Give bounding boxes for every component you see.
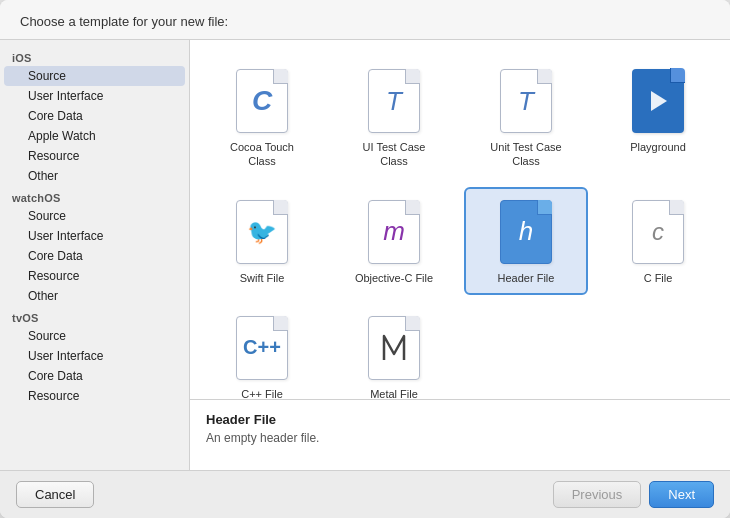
sidebar-item-tvos-coredata[interactable]: Core Data <box>4 366 185 386</box>
cancel-button[interactable]: Cancel <box>16 481 94 508</box>
sidebar-item-watchos-resource[interactable]: Resource <box>4 266 185 286</box>
swift-label: Swift File <box>240 271 285 285</box>
template-cfile[interactable]: c C File <box>596 187 720 295</box>
info-panel-title: Header File <box>206 412 714 427</box>
template-grid: C Cocoa TouchClass T UI Test CaseClass <box>190 40 730 400</box>
header-title: Choose a template for your new file: <box>20 14 228 29</box>
header-label: Header File <box>498 271 555 285</box>
template-metal[interactable]: Metal File <box>332 303 456 400</box>
cocoa-touch-icon: C <box>232 66 292 136</box>
dialog: Choose a template for your new file: iOS… <box>0 0 730 518</box>
previous-button[interactable]: Previous <box>553 481 642 508</box>
dialog-body: iOS Source User Interface Core Data Appl… <box>0 40 730 470</box>
template-unit-test[interactable]: T Unit Test CaseClass <box>464 56 588 179</box>
template-header[interactable]: h Header File <box>464 187 588 295</box>
cfile-label: C File <box>644 271 673 285</box>
ui-test-icon: T <box>364 66 424 136</box>
cocoa-touch-label: Cocoa TouchClass <box>230 140 294 169</box>
sidebar-section-ios: iOS <box>0 46 189 66</box>
sidebar-item-tvos-resource[interactable]: Resource <box>4 386 185 406</box>
sidebar-item-tvos-userinterface[interactable]: User Interface <box>4 346 185 366</box>
template-playground[interactable]: Playground <box>596 56 720 179</box>
metal-icon <box>364 313 424 383</box>
template-cpp[interactable]: C++ C++ File <box>200 303 324 400</box>
playground-icon <box>628 66 688 136</box>
unit-test-label: Unit Test CaseClass <box>490 140 561 169</box>
sidebar-item-watchos-coredata[interactable]: Core Data <box>4 246 185 266</box>
cpp-icon: C++ <box>232 313 292 383</box>
header-icon: h <box>496 197 556 267</box>
sidebar-item-watchos-other[interactable]: Other <box>4 286 185 306</box>
sidebar-section-tvos: tvOS <box>0 306 189 326</box>
next-button[interactable]: Next <box>649 481 714 508</box>
info-panel: Header File An empty header file. <box>190 400 730 470</box>
template-swift[interactable]: 🐦 Swift File <box>200 187 324 295</box>
sidebar-item-ios-other[interactable]: Other <box>4 166 185 186</box>
cfile-icon: c <box>628 197 688 267</box>
sidebar-section-watchos: watchOS <box>0 186 189 206</box>
ui-test-label: UI Test CaseClass <box>363 140 426 169</box>
unit-test-icon: T <box>496 66 556 136</box>
sidebar-item-ios-applewatch[interactable]: Apple Watch <box>4 126 185 146</box>
objc-label: Objective-C File <box>355 271 433 285</box>
sidebar-item-ios-resource[interactable]: Resource <box>4 146 185 166</box>
sidebar-item-watchos-userinterface[interactable]: User Interface <box>4 226 185 246</box>
cpp-label: C++ File <box>241 387 283 400</box>
footer: Cancel Previous Next <box>0 470 730 518</box>
objc-icon: m <box>364 197 424 267</box>
template-cocoa-touch[interactable]: C Cocoa TouchClass <box>200 56 324 179</box>
sidebar-item-ios-source[interactable]: Source <box>4 66 185 86</box>
sidebar-item-ios-userinterface[interactable]: User Interface <box>4 86 185 106</box>
info-panel-desc: An empty header file. <box>206 431 714 445</box>
sidebar-item-ios-coredata[interactable]: Core Data <box>4 106 185 126</box>
playground-label: Playground <box>630 140 686 154</box>
sidebar-item-tvos-source[interactable]: Source <box>4 326 185 346</box>
footer-right-buttons: Previous Next <box>553 481 714 508</box>
sidebar: iOS Source User Interface Core Data Appl… <box>0 40 190 470</box>
template-ui-test[interactable]: T UI Test CaseClass <box>332 56 456 179</box>
metal-label: Metal File <box>370 387 418 400</box>
svg-marker-0 <box>651 91 667 111</box>
swift-icon: 🐦 <box>232 197 292 267</box>
main-content: C Cocoa TouchClass T UI Test CaseClass <box>190 40 730 470</box>
template-objc[interactable]: m Objective-C File <box>332 187 456 295</box>
sidebar-item-watchos-source[interactable]: Source <box>4 206 185 226</box>
dialog-header: Choose a template for your new file: <box>0 0 730 40</box>
